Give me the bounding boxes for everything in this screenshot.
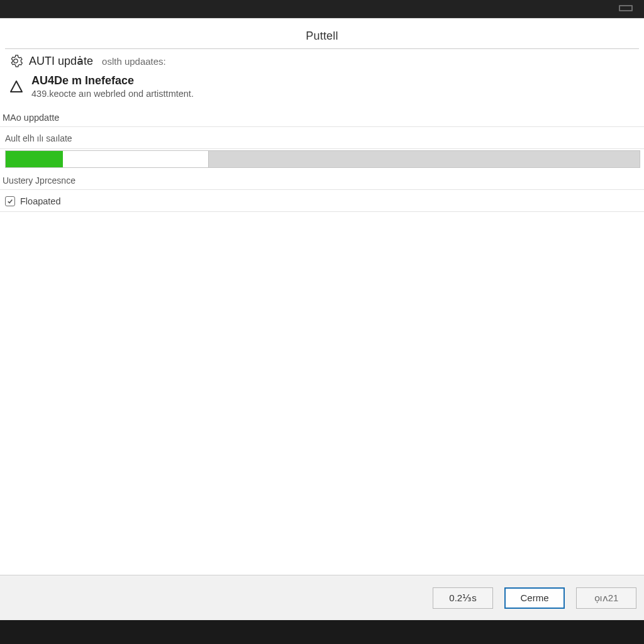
- warning-icon: [9, 79, 24, 94]
- progress-fill: [6, 151, 63, 167]
- window: Puttell AUTI updȧte oslth updaates: AU4: [0, 18, 644, 620]
- gear-icon: [9, 54, 23, 68]
- section-label-update: MAo uppdatte: [0, 101, 644, 126]
- titlebar: [0, 0, 644, 18]
- footer-button-middle[interactable]: Cerme: [504, 587, 565, 609]
- footer-button-right[interactable]: ọıʌ21: [576, 587, 636, 609]
- window-title: Puttell: [0, 18, 644, 52]
- divider: [0, 211, 644, 212]
- footer: 0.2⅓s Cerme ọıʌ21: [0, 575, 644, 620]
- progress-label: Ault elh ılı saılate: [0, 127, 644, 148]
- progress-bar: [5, 150, 640, 168]
- content-area: AUTI updȧte oslth updaates: AU4De m Inef…: [0, 48, 644, 575]
- footer-button-left[interactable]: 0.2⅓s: [433, 587, 493, 609]
- section-label-presence: Uustery Jprcesnce: [0, 169, 644, 189]
- checkbox-row[interactable]: Floapated: [0, 190, 644, 211]
- header-subtitle: oslth updaates:: [102, 56, 166, 67]
- header-block: AUTI updȧte oslth updaates: AU4De m Inef…: [0, 49, 644, 101]
- checkbox-label: Floapated: [20, 196, 61, 206]
- header-row-2: AU4De m Inefeface 439.keocte aın webrled…: [9, 74, 635, 99]
- checkbox-icon[interactable]: [5, 196, 15, 206]
- update-title: AU4De m Inefeface: [31, 74, 194, 87]
- progress-wrap: [0, 149, 644, 169]
- window-control-icon[interactable]: [619, 5, 633, 11]
- update-desc: 439.keocte aın webrled ond artisttmtent.: [31, 89, 194, 99]
- header-title: AUTI updȧte: [29, 54, 93, 68]
- header-row-1: AUTI updȧte oslth updaates:: [9, 54, 635, 68]
